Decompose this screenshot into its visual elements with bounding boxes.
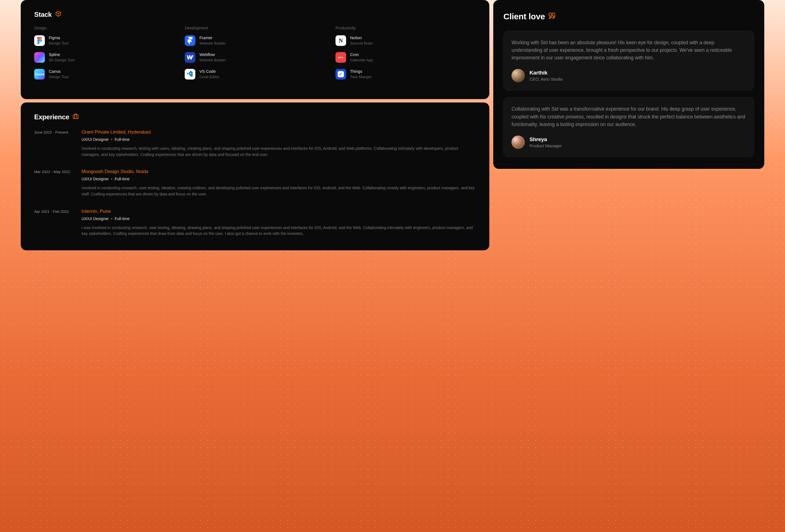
experience-role: UX/UI Designer [81,137,109,142]
experience-type: Full-time [115,137,130,142]
testimonial-text: Working with Sid has been an absolute pl… [511,39,746,61]
svg-point-1 [40,39,42,42]
tool-subtitle: Design Tool [49,41,68,46]
stack-title-text: Stack [34,11,52,19]
separator-dot: • [111,216,112,221]
testimonial-card: Working with Sid has been an absolute pl… [503,31,754,90]
experience-item: Mar 2022 - May 2022 Mongoosh Design Stud… [34,169,476,197]
stack-category-label: Design [34,26,175,30]
stack-category-label: Productivity [335,26,476,30]
tool-item[interactable]: aon Cron Calendar App [335,52,476,63]
tool-subtitle: Task Manger [350,75,372,79]
tool-item[interactable]: Framer Website Builder [185,35,325,46]
box-icon [55,11,61,19]
framer-icon [185,35,195,46]
experience-role: UX/UI Designer [81,216,109,221]
tool-subtitle: Calendar App [350,58,373,62]
stack-panel: Stack Design Figma Design Tool Spline 3D… [21,0,489,99]
vscode-icon [185,69,195,80]
webflow-icon [185,52,195,63]
experience-title-text: Experience [34,113,69,121]
author-role: CEO, Aero Studio [529,77,562,81]
experience-role: UX/UI Designer [81,177,109,181]
tool-name: Spline [49,52,74,57]
experience-date: Apr 2021 - Feb 2022 [34,209,75,237]
testimonial-author: Karthik CEO, Aero Studio [511,69,746,82]
experience-meta: UX/UI Designer • Full-time [81,177,476,181]
testimonials-panel: Client love Working with Sid has been an… [493,0,764,169]
experience-description: Involved in conducting research, user te… [81,185,476,197]
testimonials-heading: Client love [503,12,754,21]
experience-date: Mar 2022 - May 2022 [34,169,75,197]
testimonial-card: Collaborating with Sid was a transformat… [503,97,754,157]
quote-icon [549,12,556,21]
tool-name: Webflow [199,52,226,57]
canva-icon: Canva [34,69,45,80]
tool-item[interactable]: ✓ Things Task Manger [335,69,476,80]
briefcase-icon [73,113,79,121]
experience-description: Involved in conducting research, testing… [81,145,476,158]
experience-company: Grarri Private Limited, Hyderabad [81,129,476,135]
cron-icon: aon [335,52,346,63]
tool-subtitle: Website Builder [199,41,226,46]
stack-category-label: Development [185,26,325,30]
experience-heading: Experience [34,113,476,121]
stack-heading: Stack [34,11,476,19]
testimonial-author: Shreya Product Manager [511,135,746,149]
tool-subtitle: Code Editor [199,75,219,79]
author-name: Karthik [529,70,562,76]
experience-type: Full-time [115,216,130,221]
experience-panel: Experience June 2022 - Present Grarri Pr… [21,103,489,250]
experience-description: I was Involved in conducting research, u… [81,225,476,237]
tool-subtitle: Website Builder [199,58,226,62]
tool-subtitle: Second Brain [350,41,373,46]
experience-item: Apr 2021 - Feb 2022 InternIn, Pune UX/UI… [34,209,476,237]
experience-company: InternIn, Pune [81,209,476,214]
experience-date: June 2022 - Present [34,129,75,158]
tool-name: Framer [199,35,226,40]
tool-name: Things [350,69,372,74]
notion-icon: N [335,35,346,46]
experience-item: June 2022 - Present Grarri Private Limit… [34,129,476,158]
separator-dot: • [111,177,112,181]
stack-column: Development Framer Website Builder Webfl… [185,26,325,86]
stack-column: ProductivityN Notion Second Brain aon Cr… [335,26,476,86]
author-name: Shreya [529,136,562,142]
experience-meta: UX/UI Designer • Full-time [81,137,476,142]
figma-icon [34,35,45,46]
author-role: Product Manager [529,143,562,148]
separator-dot: • [111,137,112,142]
spline-icon [34,52,45,63]
tool-item[interactable]: Figma Design Tool [34,35,175,46]
avatar [511,69,525,82]
tool-item[interactable]: N Notion Second Brain [335,35,476,46]
tool-subtitle: 3D Design Tool [49,58,74,62]
experience-type: Full-time [115,177,130,181]
tool-item[interactable]: Webflow Website Builder [185,52,325,63]
testimonial-text: Collaborating with Sid was a transformat… [511,105,746,128]
tool-item[interactable]: VS Code Code Editor [185,69,325,80]
tool-name: Figma [49,35,68,40]
tool-name: Notion [350,35,373,40]
tool-name: Cron [350,52,373,57]
things-icon: ✓ [335,69,346,80]
avatar [511,135,525,149]
tool-item[interactable]: Canva Canva Design Tool [34,69,175,80]
experience-meta: UX/UI Designer • Full-time [81,216,476,221]
experience-company: Mongoosh Design Studio, Noida [81,169,476,175]
tool-name: Canva [49,69,68,74]
tool-item[interactable]: Spline 3D Design Tool [34,52,175,63]
tool-name: VS Code [199,69,219,74]
svg-rect-2 [73,115,78,118]
stack-column: Design Figma Design Tool Spline 3D Desig… [34,26,175,86]
tool-subtitle: Design Tool [49,75,68,79]
testimonials-title-text: Client love [503,12,545,21]
